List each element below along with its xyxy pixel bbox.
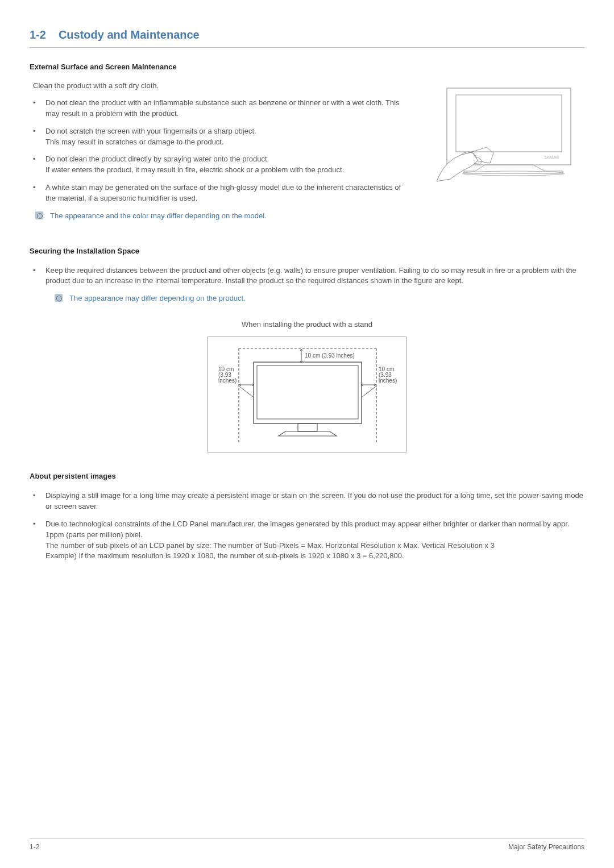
sec1-bullet-3: Do not clean the product directly by spr…: [33, 154, 403, 176]
clearance-diagram: 10 cm (3.93 inches) 10 cm (3.93 inches) …: [30, 337, 584, 452]
sec1-bullet-2: Do not scratch the screen with your fing…: [33, 126, 403, 148]
bullet-text: Do not clean the product directly by spr…: [45, 154, 344, 176]
footer: 1-2 Major Safety Precautions: [30, 838, 584, 851]
note-text: The appearance may differ depending on t…: [69, 293, 246, 304]
bullet-text: Do not scratch the screen with your fing…: [45, 126, 256, 148]
sec1-intro: Clean the product with a soft dry cloth.: [33, 81, 403, 90]
svg-text:SAMSUNG: SAMSUNG: [545, 156, 559, 159]
svg-line-14: [362, 386, 376, 397]
monitor-cleaning-illustration: SAMSUNG: [431, 85, 584, 184]
bullet-text: Keep the required distances between the …: [45, 265, 584, 287]
footer-page-number: 1-2: [30, 843, 39, 851]
dim-right-c: inches): [379, 377, 397, 384]
svg-rect-1: [456, 95, 562, 152]
bullet-text: Do not clean the product with an inflamm…: [45, 98, 403, 119]
diagram-frame: 10 cm (3.93 inches) 10 cm (3.93 inches) …: [208, 337, 406, 452]
section-heading: 1-2 Custody and Maintenance: [30, 28, 584, 48]
sec1-left-column: Clean the product with a soft dry cloth.…: [30, 81, 403, 222]
svg-line-13: [239, 386, 254, 397]
heading-title: Custody and Maintenance: [59, 28, 200, 41]
sec1-bullet-list: Do not clean the product with an inflamm…: [33, 98, 403, 204]
heading-number: 1-2: [30, 28, 46, 41]
dim-top: 10 cm (3.93 inches): [305, 352, 355, 359]
svg-rect-0: [447, 88, 571, 165]
sec2-note: The appearance may differ depending on t…: [55, 293, 584, 304]
sec2-bullet-list: Keep the required distances between the …: [33, 265, 584, 287]
sec1-bullet-1: Do not clean the product with an inflamm…: [33, 98, 403, 119]
info-icon: [55, 294, 63, 302]
svg-rect-9: [298, 423, 317, 431]
bullet-text: Due to technological constraints of the …: [45, 519, 584, 562]
subhead-external-surface: External Surface and Screen Maintenance: [30, 63, 584, 71]
info-icon: [35, 211, 43, 219]
footer-section-title: Major Safety Precautions: [508, 843, 584, 851]
bullet-text: A white stain may be generated on the su…: [45, 182, 403, 204]
note-text: The appearance and the color may differ …: [50, 211, 267, 222]
subhead-persistent-images: About persistent images: [30, 472, 584, 480]
diagram-caption: When installing the product with a stand: [30, 320, 584, 329]
dim-left-c: inches): [218, 377, 237, 384]
svg-rect-7: [254, 362, 362, 423]
sec1-note: The appearance and the color may differ …: [35, 211, 403, 222]
sec1-content-row: Clean the product with a soft dry cloth.…: [30, 81, 584, 222]
sec2-bullet-1: Keep the required distances between the …: [33, 265, 584, 287]
svg-rect-8: [257, 366, 358, 419]
bullet-text: Displaying a still image for a long time…: [45, 491, 584, 512]
sec3-bullet-2: Due to technological constraints of the …: [33, 519, 584, 562]
sec1-right-column: SAMSUNG: [431, 81, 584, 222]
sec1-bullet-4: A white stain may be generated on the su…: [33, 182, 403, 204]
sec3-bullet-list: Displaying a still image for a long time…: [33, 491, 584, 562]
subhead-installation-space: Securing the Installation Space: [30, 247, 584, 255]
sec3-bullet-1: Displaying a still image for a long time…: [33, 491, 584, 512]
